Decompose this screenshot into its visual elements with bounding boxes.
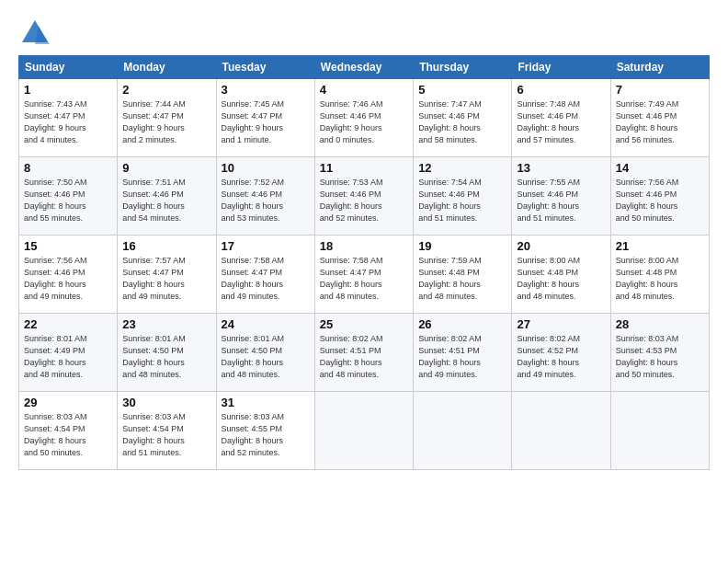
day-number: 14 — [616, 161, 704, 175]
calendar-cell: 7Sunrise: 7:49 AM Sunset: 4:46 PM Daylig… — [610, 79, 709, 157]
day-info: Sunrise: 7:47 AM Sunset: 4:46 PM Dayligh… — [418, 98, 506, 146]
calendar-cell: 19Sunrise: 7:59 AM Sunset: 4:48 PM Dayli… — [414, 236, 512, 314]
day-info: Sunrise: 8:01 AM Sunset: 4:50 PM Dayligh… — [222, 333, 310, 381]
day-number: 19 — [418, 239, 506, 253]
day-info: Sunrise: 8:00 AM Sunset: 4:48 PM Dayligh… — [616, 255, 704, 303]
day-info: Sunrise: 8:02 AM Sunset: 4:51 PM Dayligh… — [320, 333, 408, 381]
day-info: Sunrise: 7:57 AM Sunset: 4:47 PM Dayligh… — [122, 255, 210, 303]
day-number: 22 — [24, 317, 112, 331]
day-info: Sunrise: 8:00 AM Sunset: 4:48 PM Dayligh… — [517, 255, 605, 303]
calendar-cell: 6Sunrise: 7:48 AM Sunset: 4:46 PM Daylig… — [512, 79, 610, 157]
calendar-cell: 29Sunrise: 8:03 AM Sunset: 4:54 PM Dayli… — [19, 392, 118, 470]
day-info: Sunrise: 7:52 AM Sunset: 4:46 PM Dayligh… — [222, 177, 310, 224]
calendar-cell: 24Sunrise: 8:01 AM Sunset: 4:50 PM Dayli… — [216, 314, 314, 392]
calendar-header-row: SundayMondayTuesdayWednesdayThursdayFrid… — [19, 56, 710, 79]
day-info: Sunrise: 7:59 AM Sunset: 4:48 PM Dayligh… — [418, 255, 506, 303]
day-info: Sunrise: 7:43 AM Sunset: 4:47 PM Dayligh… — [24, 98, 112, 146]
weekday-header-wednesday: Wednesday — [314, 56, 413, 79]
day-number: 4 — [320, 83, 408, 97]
day-info: Sunrise: 8:03 AM Sunset: 4:53 PM Dayligh… — [616, 333, 704, 381]
calendar-cell: 4Sunrise: 7:46 AM Sunset: 4:46 PM Daylig… — [314, 79, 413, 157]
day-number: 18 — [320, 239, 408, 253]
calendar-cell: 16Sunrise: 7:57 AM Sunset: 4:47 PM Dayli… — [118, 236, 216, 314]
day-number: 9 — [122, 161, 210, 175]
calendar-cell — [512, 392, 610, 470]
day-info: Sunrise: 7:51 AM Sunset: 4:46 PM Dayligh… — [122, 177, 210, 224]
day-number: 21 — [616, 239, 704, 253]
day-number: 2 — [122, 83, 210, 97]
calendar-cell: 27Sunrise: 8:02 AM Sunset: 4:52 PM Dayli… — [512, 314, 610, 392]
day-number: 8 — [24, 161, 112, 175]
day-info: Sunrise: 7:48 AM Sunset: 4:46 PM Dayligh… — [517, 98, 605, 146]
calendar-cell: 21Sunrise: 8:00 AM Sunset: 4:48 PM Dayli… — [610, 236, 709, 314]
calendar-cell: 5Sunrise: 7:47 AM Sunset: 4:46 PM Daylig… — [414, 79, 512, 157]
day-info: Sunrise: 7:56 AM Sunset: 4:46 PM Dayligh… — [24, 255, 112, 303]
day-info: Sunrise: 8:01 AM Sunset: 4:49 PM Dayligh… — [24, 333, 112, 381]
calendar-week-4: 22Sunrise: 8:01 AM Sunset: 4:49 PM Dayli… — [19, 314, 710, 392]
calendar-cell: 1Sunrise: 7:43 AM Sunset: 4:47 PM Daylig… — [19, 79, 118, 157]
calendar-cell: 11Sunrise: 7:53 AM Sunset: 4:46 PM Dayli… — [314, 157, 413, 236]
calendar-cell: 14Sunrise: 7:56 AM Sunset: 4:46 PM Dayli… — [610, 157, 709, 236]
day-number: 17 — [222, 239, 310, 253]
day-number: 23 — [122, 317, 210, 331]
calendar-cell: 23Sunrise: 8:01 AM Sunset: 4:50 PM Dayli… — [118, 314, 216, 392]
calendar-cell: 28Sunrise: 8:03 AM Sunset: 4:53 PM Dayli… — [610, 314, 709, 392]
day-info: Sunrise: 7:50 AM Sunset: 4:46 PM Dayligh… — [24, 177, 112, 224]
day-number: 13 — [517, 161, 605, 175]
calendar-cell: 17Sunrise: 7:58 AM Sunset: 4:47 PM Dayli… — [216, 236, 314, 314]
day-number: 15 — [24, 239, 112, 253]
weekday-header-sunday: Sunday — [19, 56, 118, 79]
calendar-body: 1Sunrise: 7:43 AM Sunset: 4:47 PM Daylig… — [19, 79, 710, 470]
calendar-week-2: 8Sunrise: 7:50 AM Sunset: 4:46 PM Daylig… — [19, 157, 710, 236]
day-number: 3 — [222, 83, 310, 97]
day-number: 11 — [320, 161, 408, 175]
calendar-cell: 10Sunrise: 7:52 AM Sunset: 4:46 PM Dayli… — [216, 157, 314, 236]
day-info: Sunrise: 7:45 AM Sunset: 4:47 PM Dayligh… — [222, 98, 310, 146]
day-info: Sunrise: 7:56 AM Sunset: 4:46 PM Dayligh… — [616, 177, 704, 224]
day-number: 16 — [122, 239, 210, 253]
calendar-cell — [414, 392, 512, 470]
day-number: 28 — [616, 317, 704, 331]
day-info: Sunrise: 8:03 AM Sunset: 4:55 PM Dayligh… — [222, 411, 310, 459]
calendar-cell: 20Sunrise: 8:00 AM Sunset: 4:48 PM Dayli… — [512, 236, 610, 314]
calendar-cell: 13Sunrise: 7:55 AM Sunset: 4:46 PM Dayli… — [512, 157, 610, 236]
day-info: Sunrise: 7:46 AM Sunset: 4:46 PM Dayligh… — [320, 98, 408, 146]
calendar-cell: 8Sunrise: 7:50 AM Sunset: 4:46 PM Daylig… — [19, 157, 118, 236]
day-number: 30 — [122, 396, 210, 409]
day-number: 20 — [517, 239, 605, 253]
calendar-week-1: 1Sunrise: 7:43 AM Sunset: 4:47 PM Daylig… — [19, 79, 710, 157]
calendar-cell: 30Sunrise: 8:03 AM Sunset: 4:54 PM Dayli… — [118, 392, 216, 470]
day-number: 5 — [418, 83, 506, 97]
day-number: 12 — [418, 161, 506, 175]
weekday-header-saturday: Saturday — [610, 56, 709, 79]
weekday-header-friday: Friday — [512, 56, 610, 79]
calendar-cell: 9Sunrise: 7:51 AM Sunset: 4:46 PM Daylig… — [118, 157, 216, 236]
day-number: 7 — [616, 83, 704, 97]
day-info: Sunrise: 7:53 AM Sunset: 4:46 PM Dayligh… — [320, 177, 408, 224]
calendar-cell: 25Sunrise: 8:02 AM Sunset: 4:51 PM Dayli… — [314, 314, 413, 392]
weekday-header-tuesday: Tuesday — [216, 56, 314, 79]
calendar-cell: 3Sunrise: 7:45 AM Sunset: 4:47 PM Daylig… — [216, 79, 314, 157]
day-info: Sunrise: 8:01 AM Sunset: 4:50 PM Dayligh… — [122, 333, 210, 381]
day-info: Sunrise: 8:03 AM Sunset: 4:54 PM Dayligh… — [24, 411, 112, 459]
day-info: Sunrise: 7:55 AM Sunset: 4:46 PM Dayligh… — [517, 177, 605, 224]
calendar-cell: 18Sunrise: 7:58 AM Sunset: 4:47 PM Dayli… — [314, 236, 413, 314]
day-info: Sunrise: 8:03 AM Sunset: 4:54 PM Dayligh… — [122, 411, 210, 459]
day-number: 31 — [222, 396, 310, 409]
weekday-header-thursday: Thursday — [414, 56, 512, 79]
day-info: Sunrise: 8:02 AM Sunset: 4:51 PM Dayligh… — [418, 333, 506, 381]
day-number: 6 — [517, 83, 605, 97]
day-info: Sunrise: 7:58 AM Sunset: 4:47 PM Dayligh… — [320, 255, 408, 303]
day-number: 25 — [320, 317, 408, 331]
calendar-cell: 31Sunrise: 8:03 AM Sunset: 4:55 PM Dayli… — [216, 392, 314, 470]
day-info: Sunrise: 7:49 AM Sunset: 4:46 PM Dayligh… — [616, 98, 704, 146]
logo-icon — [18, 17, 51, 50]
calendar-cell: 26Sunrise: 8:02 AM Sunset: 4:51 PM Dayli… — [414, 314, 512, 392]
day-number: 10 — [222, 161, 310, 175]
day-number: 29 — [24, 396, 112, 409]
header — [18, 17, 710, 50]
calendar-week-3: 15Sunrise: 7:56 AM Sunset: 4:46 PM Dayli… — [19, 236, 710, 314]
weekday-header-monday: Monday — [118, 56, 216, 79]
day-info: Sunrise: 8:02 AM Sunset: 4:52 PM Dayligh… — [517, 333, 605, 381]
day-info: Sunrise: 7:58 AM Sunset: 4:47 PM Dayligh… — [222, 255, 310, 303]
